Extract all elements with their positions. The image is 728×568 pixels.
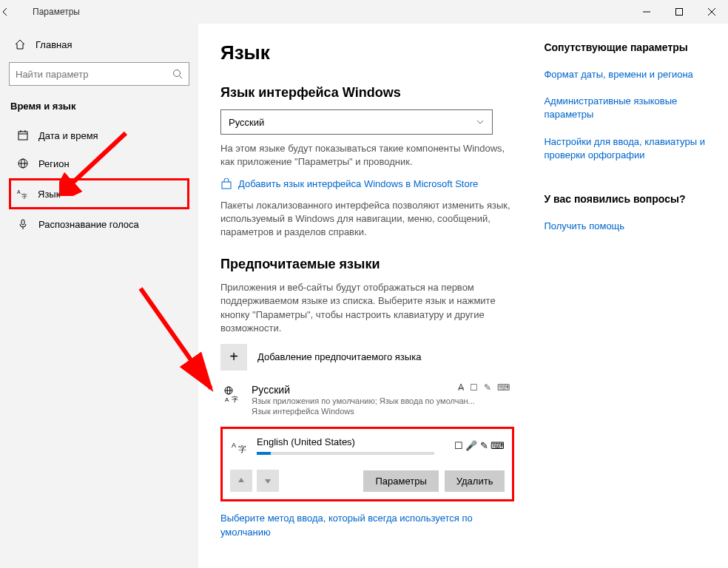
store-icon bbox=[220, 178, 232, 190]
add-language-button[interactable]: + bbox=[220, 344, 247, 371]
add-display-lang-link[interactable]: Добавить язык интерфейса Windows в Micro… bbox=[238, 178, 478, 191]
microphone-icon bbox=[16, 218, 30, 230]
language-item-english-selected[interactable]: A字 English (United States) ☐ 🎤 ✎ ⌨ bbox=[220, 427, 514, 501]
search-icon bbox=[172, 69, 183, 79]
svg-text:字: 字 bbox=[238, 444, 246, 453]
window-title: Параметры bbox=[30, 7, 630, 17]
move-down-button[interactable] bbox=[257, 470, 279, 492]
keyboard-icon: ⌨ bbox=[497, 382, 510, 393]
svg-rect-6 bbox=[18, 132, 27, 140]
minimize-button[interactable] bbox=[630, 0, 663, 24]
display-icon: ☐ bbox=[470, 382, 478, 393]
language-remove-button[interactable]: Удалить bbox=[445, 470, 505, 492]
add-language-label: Добавление предпочитаемого языка bbox=[257, 351, 421, 362]
language-icon: A字 bbox=[220, 384, 243, 417]
language-icon: A字 bbox=[16, 188, 29, 200]
language-options-button[interactable]: Параметры bbox=[363, 470, 438, 492]
sidebar-item-language[interactable]: A字 Язык bbox=[9, 178, 189, 209]
sidebar-item-datetime[interactable]: Дата и время bbox=[9, 122, 189, 149]
language-item-russian[interactable]: A字 Русский Язык приложения по умолчанию;… bbox=[220, 381, 514, 420]
default-input-link[interactable]: Выберите метод ввода, который всегда исп… bbox=[220, 513, 473, 537]
language-feature-icons: ☐ 🎤 ✎ ⌨ bbox=[454, 440, 505, 451]
dropdown-value: Русский bbox=[229, 117, 264, 128]
home-label: Главная bbox=[36, 39, 72, 50]
svg-text:A: A bbox=[225, 396, 229, 403]
handwriting-icon: ✎ bbox=[484, 382, 491, 393]
speech-icon: 🎤 bbox=[465, 440, 477, 451]
maximize-button[interactable] bbox=[663, 0, 695, 24]
search-input[interactable] bbox=[16, 69, 172, 80]
packs-desc: Пакеты локализованного интерфейса позвол… bbox=[220, 199, 514, 240]
svg-point-4 bbox=[174, 70, 181, 77]
language-name: English (United States) bbox=[257, 436, 445, 447]
language-feature-icons: A̶ ☐ ✎ ⌨ bbox=[458, 382, 510, 393]
back-button[interactable] bbox=[0, 7, 30, 17]
page-title: Язык bbox=[220, 41, 514, 64]
search-box[interactable] bbox=[9, 62, 189, 86]
globe-icon bbox=[16, 158, 30, 169]
display-language-dropdown[interactable]: Русский bbox=[220, 109, 493, 135]
related-link-admin-lang[interactable]: Административные языковые параметры bbox=[544, 95, 706, 121]
language-sub1: Язык приложения по умолчанию; Язык ввода… bbox=[252, 396, 514, 406]
close-button[interactable] bbox=[695, 0, 728, 24]
svg-text:字: 字 bbox=[232, 396, 238, 403]
handwriting-icon: ✎ bbox=[480, 440, 488, 451]
sidebar-item-label: Регион bbox=[38, 158, 70, 169]
get-help-link[interactable]: Получить помощь bbox=[544, 220, 706, 233]
preferred-languages-desc: Приложения и веб-сайты будут отображатьс… bbox=[220, 281, 514, 335]
svg-rect-16 bbox=[222, 182, 231, 189]
display-language-heading: Язык интерфейса Windows bbox=[220, 85, 514, 101]
calendar-icon bbox=[16, 129, 30, 141]
home-icon bbox=[13, 38, 27, 50]
home-nav[interactable]: Главная bbox=[9, 33, 189, 56]
svg-line-5 bbox=[180, 76, 183, 79]
svg-rect-1 bbox=[676, 9, 683, 16]
preferred-languages-heading: Предпочитаемые языки bbox=[220, 257, 514, 272]
sidebar-section-title: Время и язык bbox=[9, 98, 189, 121]
help-heading: У вас появились вопросы? bbox=[544, 193, 706, 205]
sidebar-item-speech[interactable]: Распознавание голоса bbox=[9, 211, 189, 237]
svg-text:字: 字 bbox=[21, 193, 27, 200]
sidebar-item-label: Язык bbox=[38, 189, 60, 200]
chevron-down-icon bbox=[476, 118, 485, 126]
sidebar-item-label: Распознавание голоса bbox=[38, 219, 139, 230]
text-to-speech-icon: A̶ bbox=[458, 382, 464, 393]
move-up-button[interactable] bbox=[230, 470, 252, 492]
svg-text:A: A bbox=[232, 442, 236, 449]
keyboard-icon: ⌨ bbox=[491, 440, 505, 451]
display-icon: ☐ bbox=[454, 440, 463, 451]
related-link-input-settings[interactable]: Настройки для ввода, клавиатуры и провер… bbox=[544, 135, 706, 162]
language-icon: A字 bbox=[230, 437, 248, 455]
language-sub2: Язык интерфейса Windows bbox=[252, 406, 514, 416]
sidebar-item-region[interactable]: Регион bbox=[9, 150, 189, 177]
install-progress bbox=[257, 452, 434, 455]
display-language-desc: На этом языке будут показываться такие к… bbox=[220, 142, 514, 169]
sidebar-item-label: Дата и время bbox=[38, 130, 98, 141]
svg-rect-15 bbox=[21, 220, 24, 225]
svg-text:A: A bbox=[17, 189, 21, 195]
related-heading: Сопутствующие параметры bbox=[544, 41, 706, 53]
related-link-date-format[interactable]: Формат даты, времени и региона bbox=[544, 68, 706, 81]
